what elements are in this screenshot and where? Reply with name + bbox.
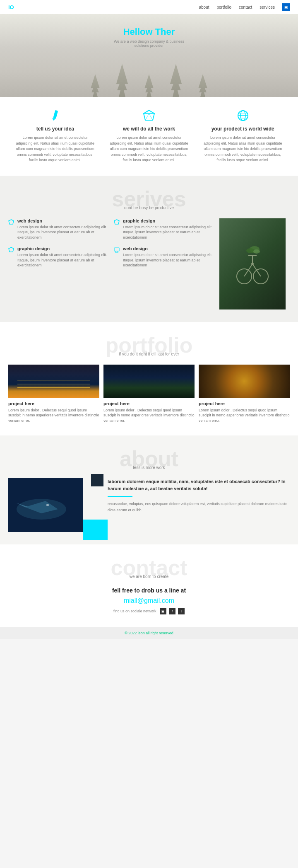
svg-point-29 xyxy=(253,249,260,254)
services-header: serives dont be busy be productive xyxy=(8,188,290,210)
feature-text-2: Lorem ipsum dolor sit amet consectetur a… xyxy=(108,135,190,163)
feature-title-1: tell us your idea xyxy=(14,126,96,132)
portfolio-item-1: project here Lorem ipsum dolor . Delectu… xyxy=(8,365,99,423)
svg-point-26 xyxy=(251,263,254,265)
feature-item-3: your prodect is world wide Lorem ipsum d… xyxy=(196,109,290,163)
hero-subtitle: We are a web design company & business s… xyxy=(114,39,184,48)
about-cyan-block xyxy=(83,520,108,540)
about-img-container xyxy=(8,478,99,532)
contact-social-area: find us on sociale network ▣ f t xyxy=(8,608,290,614)
about-section: about less is more work laborum dolorem … xyxy=(0,435,298,544)
footer: © 2022 leon all right reserved xyxy=(0,627,298,639)
tree-5 xyxy=(197,74,209,97)
services-image-inner xyxy=(219,218,286,309)
hero-title: Hellow Ther xyxy=(123,27,175,37)
portfolio-item-2: project here Lorem ipsum dolor . Delectu… xyxy=(103,365,195,423)
tree-1 xyxy=(89,74,101,97)
tree-2 xyxy=(114,64,130,97)
nav-icon-box[interactable]: ▣ xyxy=(282,3,290,11)
service-content-1: web design Lorem ipsum dolor sit amet co… xyxy=(17,218,108,240)
service-content-3: graphic design Lorem ipsum dolor sit ame… xyxy=(17,246,108,268)
footer-text: © 2022 leon all right reserved xyxy=(125,631,173,635)
service-diamond-icon-2 xyxy=(114,219,120,226)
tree-4 xyxy=(168,64,184,97)
svg-point-34 xyxy=(46,504,49,506)
service-text-1: Lorem ipsum dolor sit amet consectetur a… xyxy=(17,225,108,240)
hero-section: Hellow Ther We are a web design company … xyxy=(0,14,298,97)
nav-logo: IO xyxy=(8,4,14,10)
services-image xyxy=(219,218,290,309)
services-section: serives dont be busy be productive web d… xyxy=(0,176,298,322)
portfolio-title-2: project here xyxy=(103,401,195,406)
footer-brand: leon xyxy=(138,631,145,635)
service-text-2: Lorem ipsum dolor sit amet consectetur a… xyxy=(123,225,213,240)
svg-line-6 xyxy=(145,114,149,120)
contact-subtitle: we are born to create xyxy=(8,574,290,579)
portfolio-img-2 xyxy=(103,365,195,398)
feature-title-3: your prodect is world wide xyxy=(202,126,284,132)
service-monitor-icon xyxy=(114,247,120,254)
diamond-icon xyxy=(108,109,190,123)
service-diamond-icon-3 xyxy=(8,247,14,254)
service-item-4: web design Lorem ipsum dolor sit amet co… xyxy=(114,246,213,268)
service-content-4: web design Lorem ipsum dolor sit amet co… xyxy=(123,246,213,268)
portfolio-grid: project here Lorem ipsum dolor . Delectu… xyxy=(8,365,290,423)
svg-marker-14 xyxy=(9,247,14,252)
contact-email[interactable]: miall@gmail.com xyxy=(8,597,290,604)
services-image-box xyxy=(219,218,286,309)
nav-portfolio[interactable]: portfolio xyxy=(216,5,231,10)
services-right: graphic design Lorem ipsum dolor sit ame… xyxy=(114,218,213,309)
portfolio-title-3: project here xyxy=(199,401,290,406)
about-dark-block xyxy=(91,474,103,486)
service-text-3: Lorem ipsum dolor sit amet consectetur a… xyxy=(17,252,108,268)
social-icons: ▣ f t xyxy=(160,608,185,614)
svg-rect-16 xyxy=(114,248,119,251)
nav-contact[interactable]: contact xyxy=(239,5,252,10)
social-icon-twitter[interactable]: t xyxy=(178,608,185,614)
about-main-img xyxy=(8,478,83,532)
about-divider xyxy=(108,496,132,497)
svg-marker-13 xyxy=(9,220,14,224)
portfolio-img-1 xyxy=(8,365,99,398)
portfolio-subtitle: if you do it right it eill last for ever xyxy=(8,352,290,356)
nav-links: about portfolio contact services ▣ xyxy=(199,3,290,11)
service-text-4: Lorem ipsum dolor sit amet consectetur a… xyxy=(123,252,213,268)
service-content-2: graphic design Lorem ipsum dolor sit ame… xyxy=(123,218,213,240)
service-item-1: web design Lorem ipsum dolor sit amet co… xyxy=(8,218,108,240)
feature-item-1: tell us your idea Lorem ipsum dolor sit … xyxy=(8,109,102,163)
services-left: web design Lorem ipsum dolor sit amet co… xyxy=(8,218,108,309)
contact-header: contact we are born to create xyxy=(8,557,290,579)
portfolio-text-1: Lorem ipsum dolor . Delectus sequi quod … xyxy=(8,408,99,423)
portfolio-img-3 xyxy=(199,365,290,398)
service-title-4: web design xyxy=(123,246,213,251)
contact-section: contact we are born to create fell free … xyxy=(0,544,298,627)
portfolio-item-3: project here Lorem ipsum dolor . Delectu… xyxy=(199,365,290,423)
contact-line: fell free to drob us a line at xyxy=(8,587,290,594)
svg-point-28 xyxy=(246,248,255,253)
about-header: about less is more work xyxy=(8,448,290,470)
nav-services[interactable]: services xyxy=(260,5,275,10)
service-item-3: graphic design Lorem ipsum dolor sit ame… xyxy=(8,246,108,268)
social-icon-square[interactable]: ▣ xyxy=(160,608,166,614)
about-text: laborum dolorem eaque mollitia, nam, vol… xyxy=(108,478,290,513)
service-item-2: graphic design Lorem ipsum dolor sit ame… xyxy=(114,218,213,240)
about-content: laborum dolorem eaque mollitia, nam, vol… xyxy=(8,478,290,532)
portfolio-text-2: Lorem ipsum dolor . Delectus sequi quod … xyxy=(103,408,195,423)
globe-icon xyxy=(202,109,284,123)
service-title-3: graphic design xyxy=(17,246,108,251)
portfolio-header: portfolio if you do it right it eill las… xyxy=(8,334,290,356)
service-title-1: web design xyxy=(17,218,108,223)
social-icon-facebook[interactable]: f xyxy=(169,608,175,614)
service-title-2: graphic design xyxy=(123,218,213,223)
nav-about[interactable]: about xyxy=(199,5,209,10)
services-subtitle: dont be busy be productive xyxy=(8,206,290,210)
portfolio-section: portfolio if you do it right it eill las… xyxy=(0,322,298,436)
hero-trees xyxy=(0,56,298,97)
pencil-icon xyxy=(14,109,96,123)
svg-marker-15 xyxy=(114,220,119,224)
about-subtitle: less is more work xyxy=(8,465,290,470)
feature-text-1: Lorem ipsum dolor sit amet consectetur a… xyxy=(14,135,96,163)
features-section: tell us your idea Lorem ipsum dolor sit … xyxy=(0,97,298,176)
svg-rect-0 xyxy=(53,110,58,119)
navbar: IO about portfolio contact services ▣ xyxy=(0,0,298,14)
